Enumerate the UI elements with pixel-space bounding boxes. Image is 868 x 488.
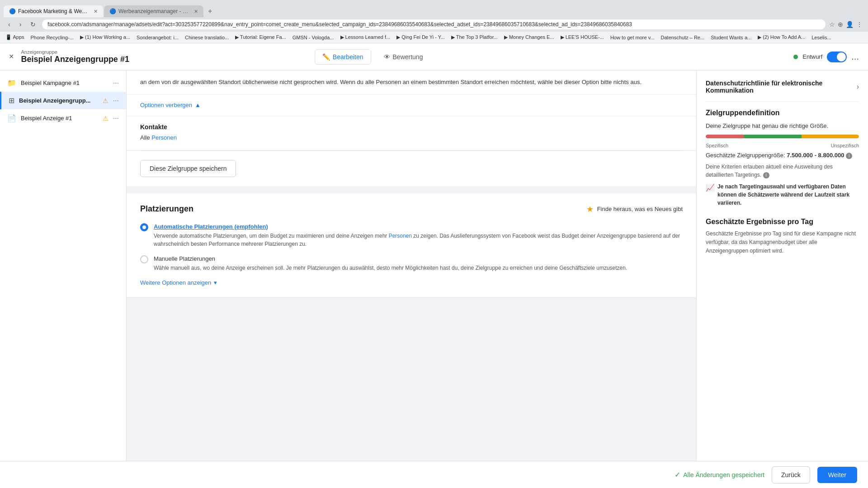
- bookmark-15[interactable]: ▶ (2) How To Add A...: [758, 34, 805, 40]
- toggle-options-button[interactable]: Optionen verbergen ▲: [140, 102, 683, 108]
- bookmark-8[interactable]: ▶ Qing Fei De Yi - Y...: [396, 34, 445, 40]
- bookmark-6[interactable]: GMSN - Vologda...: [292, 35, 334, 40]
- bookmark-11[interactable]: ▶ LEE'S HOUSE-...: [561, 34, 604, 40]
- sidebar-anzeige-label: Beispiel Anzeige #1: [21, 115, 98, 122]
- toggle-switch[interactable]: [827, 52, 847, 62]
- bookmark-14[interactable]: Student Wants a...: [711, 35, 751, 40]
- address-bar-icons: ☆ ⊕ 👤 ⋮: [829, 21, 863, 28]
- weitere-optionen-button[interactable]: Weitere Optionen anzeigen ▾: [140, 279, 683, 286]
- status-dot: [793, 55, 798, 59]
- bookmark-16[interactable]: Leselis...: [811, 35, 831, 40]
- kontakte-prefix: Alle: [140, 134, 151, 141]
- save-audience-button[interactable]: Diese Zielgruppe speichern: [140, 160, 236, 177]
- doc-icon: 📄: [7, 114, 16, 122]
- kontakte-section: Kontakte Alle Personen: [127, 116, 696, 150]
- bearbeiten-button[interactable]: ✏️ Bearbeiten: [315, 49, 371, 65]
- bookmark-3[interactable]: Sonderangebot: i...: [137, 35, 179, 40]
- finde-heraus-button[interactable]: ★ Finde heraus, was es Neues gibt: [586, 204, 683, 214]
- zuruck-button[interactable]: Zurück: [772, 466, 810, 483]
- groesse-info-icon[interactable]: i: [846, 153, 852, 159]
- browser-chrome: 🔵 Facebook Marketing & Werbe... ✕ 🔵 Werb…: [0, 0, 868, 32]
- automatisch-radio[interactable]: [140, 223, 148, 231]
- zielgruppe-title: Zielgruppendefinition: [706, 109, 859, 117]
- toggle-options-label: Optionen verbergen: [140, 102, 192, 108]
- sidebar: 📁 Beispiel Kampagne #1 ··· ⊞ Beispiel An…: [0, 70, 127, 461]
- bookmarks-bar: 📱 Apps Phone Recycling-... ▶ (1) How Wor…: [0, 32, 868, 43]
- sidebar-kampagne-label: Beispiel Kampagne #1: [21, 80, 108, 86]
- automatisch-title[interactable]: Automatische Platzierungen (empfohlen): [154, 223, 683, 230]
- ergebnisse-text: Geschätzte Ergebnisse pro Tag sind für d…: [706, 230, 859, 256]
- sidebar-kampagne-more[interactable]: ···: [113, 79, 119, 87]
- tab-1[interactable]: 🔵 Facebook Marketing & Werbe... ✕: [4, 5, 103, 17]
- bookmark-10[interactable]: ▶ Money Changes E...: [504, 34, 554, 40]
- bookmark-7[interactable]: ▶ Lessons Learned f...: [340, 34, 391, 40]
- variieren-note: 📈 Je nach Targetingauswahl und verfügbar…: [706, 183, 859, 207]
- url-input[interactable]: [42, 19, 826, 29]
- personen-link-1[interactable]: Personen: [389, 233, 412, 239]
- manuell-radio[interactable]: [140, 255, 148, 263]
- tab-favicon-2: 🔵: [109, 8, 116, 14]
- tab-title-1: Facebook Marketing & Werbe...: [18, 8, 89, 14]
- star-icon: ★: [586, 204, 594, 214]
- weitere-optionen-label: Weitere Optionen anzeigen: [140, 279, 211, 286]
- datenschutz-header[interactable]: Datenschutzrichtlinie für elektronische …: [706, 80, 859, 94]
- label-spezifisch: Spezifisch: [706, 143, 728, 148]
- sidebar-item-anzeigengruppe[interactable]: ⊞ Beispiel Anzeigengrupp... ⚠ ···: [0, 92, 126, 109]
- groesse-value: 7.500.000 - 8.800.000: [787, 152, 844, 159]
- manuell-desc: Wähle manuell aus, wo deine Anzeige ersc…: [154, 264, 683, 272]
- bearbeiten-label: Bearbeiten: [333, 53, 363, 61]
- app-container: × Anzeigengruppe Beispiel Anzeigengruppe…: [0, 43, 868, 488]
- manuell-title[interactable]: Manuelle Platzierungen: [154, 255, 683, 262]
- platzierungen-section: Platzierungen ★ Finde heraus, was es Neu…: [127, 193, 696, 297]
- bookmark-5[interactable]: ▶ Tutorial: Eigene Fa...: [235, 34, 286, 40]
- tab-2[interactable]: 🔵 Werbeanzeigenmanager - We... ✕: [104, 5, 203, 17]
- intro-section: an dem von dir ausgewählten Standort übl…: [127, 70, 696, 94]
- datenschutz-chevron-icon: ›: [857, 83, 859, 91]
- ergebnisse-section: Geschätzte Ergebnisse pro Tag Geschätzte…: [706, 218, 859, 256]
- grid-icon: ⊞: [9, 96, 14, 105]
- extensions-icon[interactable]: ⊕: [838, 21, 843, 28]
- weiter-button[interactable]: Weiter: [817, 467, 857, 483]
- sidebar-anzeige-more[interactable]: ···: [113, 114, 119, 122]
- bookmark-13[interactable]: Datenschutz – Re...: [661, 35, 705, 40]
- folder-icon: 📁: [7, 79, 16, 87]
- bookmark-12[interactable]: How to get more v...: [610, 35, 655, 40]
- forward-button[interactable]: ›: [17, 20, 24, 29]
- header-actions: ✏️ Bearbeiten 👁 Bewertung: [315, 49, 430, 65]
- main-content: an dem von dir ausgewählten Standort übl…: [127, 70, 696, 461]
- tab-title-2: Werbeanzeigenmanager - We...: [118, 8, 189, 14]
- zielgruppe-subtitle: Deine Zielgruppe hat genau die richtige …: [706, 122, 859, 129]
- intro-text: an dem von dir ausgewählten Standort übl…: [140, 78, 683, 87]
- address-bar: ‹ › ↻ ☆ ⊕ 👤 ⋮: [0, 17, 868, 32]
- more-options-button[interactable]: ...: [851, 52, 859, 62]
- bookmark-apps[interactable]: 📱 Apps: [5, 34, 24, 40]
- sidebar-item-anzeige[interactable]: 📄 Beispiel Anzeige #1 ⚠ ···: [0, 109, 126, 127]
- new-tab-button[interactable]: +: [204, 5, 216, 17]
- bookmark-4[interactable]: Chinese translatio...: [185, 35, 229, 40]
- ergebnisse-title: Geschätzte Ergebnisse pro Tag: [706, 218, 859, 226]
- manuell-content: Manuelle Platzierungen Wähle manuell aus…: [154, 255, 683, 272]
- datenschutz-section: Datenschutzrichtlinie für elektronische …: [706, 80, 859, 102]
- bewertung-button[interactable]: 👁 Bewertung: [377, 50, 430, 64]
- criteria-info-icon[interactable]: i: [763, 172, 769, 178]
- sidebar-anzeigengruppe-more[interactable]: ···: [113, 97, 119, 105]
- back-button[interactable]: ‹: [5, 20, 13, 29]
- trend-icon: 📈: [706, 183, 715, 207]
- menu-icon[interactable]: ⋮: [856, 21, 863, 28]
- status-label: Entwurf: [802, 53, 822, 60]
- sidebar-item-kampagne[interactable]: 📁 Beispiel Kampagne #1 ···: [0, 74, 126, 92]
- tab-close-2[interactable]: ✕: [194, 9, 198, 14]
- bookmark-9[interactable]: ▶ The Top 3 Platfor...: [451, 34, 498, 40]
- tab-close-1[interactable]: ✕: [94, 9, 98, 14]
- header-title-section: Anzeigengruppe Beispiel Anzeigengruppe #…: [21, 49, 129, 64]
- refresh-button[interactable]: ↻: [28, 20, 38, 29]
- bookmark-1[interactable]: Phone Recycling-...: [31, 35, 74, 40]
- radio-dot: [142, 225, 146, 229]
- kontakte-link[interactable]: Personen: [151, 134, 177, 141]
- star-bookmark-icon[interactable]: ☆: [829, 21, 835, 28]
- profile-icon[interactable]: 👤: [846, 21, 854, 28]
- close-button[interactable]: ×: [9, 52, 14, 61]
- bookmark-2[interactable]: ▶ (1) How Working a...: [80, 34, 130, 40]
- gauge-green: [744, 135, 802, 138]
- app-header: × Anzeigengruppe Beispiel Anzeigengruppe…: [0, 43, 868, 70]
